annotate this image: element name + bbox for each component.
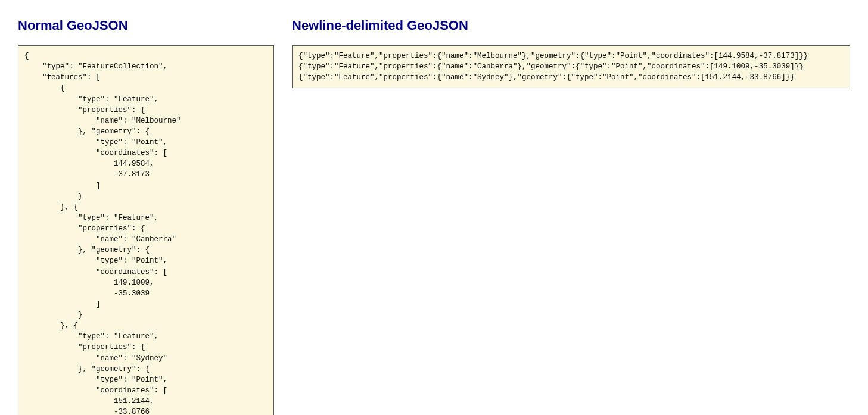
comparison-container: Normal GeoJSON { "type": "FeatureCollect… (18, 18, 850, 415)
normal-geojson-heading: Normal GeoJSON (18, 18, 274, 33)
normal-geojson-code: { "type": "FeatureCollection", "features… (18, 45, 274, 415)
left-column: Normal GeoJSON { "type": "FeatureCollect… (18, 18, 274, 415)
ndjson-code: {"type":"Feature","properties":{"name":"… (292, 45, 850, 88)
ndjson-heading: Newline-delimited GeoJSON (292, 18, 850, 33)
right-column: Newline-delimited GeoJSON {"type":"Featu… (292, 18, 850, 88)
